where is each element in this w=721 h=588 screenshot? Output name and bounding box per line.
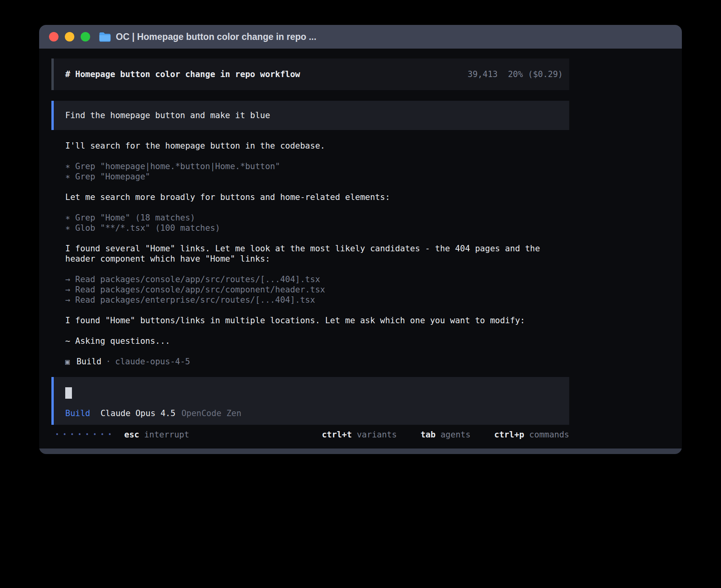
hint-key-ctrl-p: ctrl+p (494, 430, 524, 439)
hint-variants: ctrl+t variants (322, 430, 397, 440)
session-header: # Homepage button color change in repo w… (51, 58, 569, 90)
hint-commands: ctrl+p commands (494, 430, 569, 440)
status-bar: •••••••• esc interrupt ctrl+t variants t… (51, 430, 569, 440)
close-button[interactable] (49, 32, 59, 41)
status-hints-right: ctrl+t variants tab agents ctrl+p comman… (313, 430, 569, 440)
input-meta: Build Claude Opus 4.5 OpenCode Zen (65, 408, 558, 418)
hint-label-agents: agents (440, 430, 470, 439)
terminal-content: # Homepage button color change in repo w… (51, 58, 569, 440)
model-label[interactable]: Claude Opus 4.5 (100, 408, 176, 418)
hint-key-ctrl-t: ctrl+t (322, 430, 352, 439)
assistant-text: Let me search more broadly for buttons a… (65, 192, 569, 202)
spinner-dots: •••••••• (55, 430, 115, 440)
user-message-text: Find the homepage button and make it blu… (65, 110, 270, 121)
assistant-text: I'll search for the homepage button in t… (65, 141, 569, 151)
zoom-button[interactable] (81, 32, 90, 41)
text-cursor (65, 387, 72, 399)
agent-separator: · (106, 356, 111, 367)
tool-call-read: → Read packages/enterprise/src/routes/[.… (65, 295, 569, 305)
hint-label-commands: commands (529, 430, 569, 439)
window-footer (39, 449, 682, 454)
agent-model: claude-opus-4-5 (115, 356, 190, 367)
hint-agents: tab agents (421, 430, 470, 440)
session-stats: 39,413 20% ($0.29) (468, 69, 563, 79)
provider-label: OpenCode Zen (181, 408, 242, 418)
tool-call-group: ∗ Grep "Home" (18 matches) ∗ Glob "**/*.… (65, 213, 569, 233)
titlebar[interactable]: OC | Homepage button color change in rep… (39, 25, 682, 49)
tool-call-read: → Read packages/console/app/src/routes/[… (65, 274, 569, 285)
mode-label[interactable]: Build (65, 408, 90, 418)
agent-row: ▣ Build · claude-opus-4-5 (65, 356, 569, 367)
user-message: Find the homepage button and make it blu… (51, 101, 569, 130)
agent-icon: ▣ (65, 356, 70, 367)
context-usage: 20% ($0.29) (508, 69, 563, 79)
assistant-text: I found several "Home" links. Let me loo… (65, 243, 569, 264)
traffic-lights (49, 32, 90, 41)
terminal-window: OC | Homepage button color change in rep… (39, 25, 682, 454)
tool-call-grep: ∗ Grep "Homepage" (65, 172, 569, 182)
hint-interrupt: esc interrupt (124, 430, 189, 440)
prompt-input[interactable]: Build Claude Opus 4.5 OpenCode Zen (51, 377, 569, 425)
assistant-status-text: ~ Asking questions... (65, 336, 569, 346)
tool-call-grep: ∗ Grep "Home" (18 matches) (65, 213, 569, 223)
hint-key-esc: esc (124, 430, 139, 439)
window-title: OC | Homepage button color change in rep… (116, 32, 316, 42)
minimize-button[interactable] (65, 32, 74, 41)
hint-label-variants: variants (357, 430, 397, 439)
hint-key-tab: tab (421, 430, 436, 439)
session-title: # Homepage button color change in repo w… (65, 69, 300, 79)
assistant-text: I found "Home" buttons/links in multiple… (65, 315, 569, 326)
tool-call-glob: ∗ Glob "**/*.tsx" (100 matches) (65, 223, 569, 233)
folder-icon (99, 32, 111, 42)
chat-transcript: I'll search for the homepage button in t… (51, 141, 569, 367)
agent-name: Build (76, 356, 101, 367)
tool-call-grep: ∗ Grep "homepage|home.*button|Home.*butt… (65, 161, 569, 172)
hint-label-interrupt: interrupt (144, 430, 189, 439)
tool-call-group: → Read packages/console/app/src/routes/[… (65, 274, 569, 305)
tool-call-group: ∗ Grep "homepage|home.*button|Home.*butt… (65, 161, 569, 182)
token-count: 39,413 (468, 69, 498, 79)
tool-call-read: → Read packages/console/app/src/componen… (65, 285, 569, 295)
